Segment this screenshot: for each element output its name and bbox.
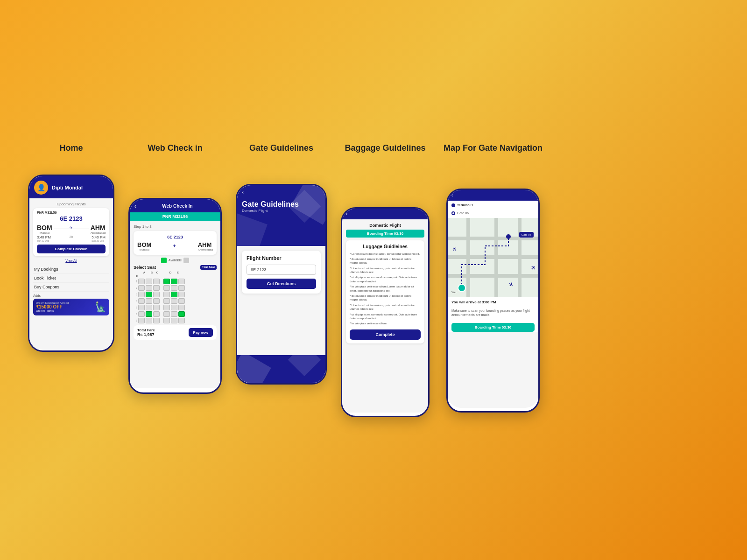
map-section: Map For Gate Navigation ‹ Terminal 1 Gat… [444, 143, 543, 413]
gate-header: ‹ Gate Guidelines Domestic Flight [237, 185, 325, 246]
gate-card: Flight Number 6E 2123 Get Directions [242, 251, 321, 294]
seat-col-labels: A B C D E F [134, 271, 217, 278]
wci-avail-label: Available [169, 259, 182, 262]
wci-total-amount: Rs 1,987 [137, 332, 155, 337]
menu-coupons[interactable]: Buy Coupons [33, 283, 109, 292]
seat-row-4: 4 [134, 298, 217, 304]
gate-footer-shape-2 [288, 355, 321, 376]
bag-complete-btn[interactable]: Complete [350, 329, 421, 340]
main-container: Home 👤 Dipti Mondal Upcoming Flights PNR… [0, 125, 747, 436]
gate-footer [237, 355, 325, 383]
bag-item-4: * ut aliquip ex ea commodo consequat. Du… [350, 275, 421, 283]
webcheckin-phone: ‹ Web Check In PNR M32L56 Step 1 to 3 6E… [128, 198, 222, 394]
home-arrive-time: 5:40 PM Sun 22 Dec [92, 235, 106, 242]
bag-item-9: * In voluptate velit esse cillum [350, 322, 421, 325]
map-gate-text: Gate 06 [457, 211, 469, 215]
home-from-city: Mumbai [37, 231, 52, 234]
home-checkin-btn[interactable]: Complete Checkin [37, 245, 106, 253]
map-phone: ‹ Terminal 1 Gate 06 [446, 189, 540, 413]
gate-screen-title: Gate Guidelines [242, 200, 321, 209]
home-to: AHM Ahemdabad [91, 224, 106, 234]
map-info-text: Make sure to scan your boarding passes a… [448, 307, 538, 321]
home-title: Home [59, 143, 83, 153]
home-pnr-row: PNR M32L56 [37, 211, 106, 214]
seat-row-3: 3 [134, 292, 217, 297]
wci-avail-green [161, 258, 167, 263]
home-banner-icon: 🗽 [95, 301, 106, 313]
wci-back-icon[interactable]: ‹ [134, 203, 136, 210]
map-boarding-bar: Boarding Time 03:30 [451, 323, 535, 332]
map-back-icon[interactable]: ‹ [451, 193, 453, 198]
home-flight-card: PNR M32L56 6E 2123 BOM Mumbai AHM Ahemda… [33, 208, 109, 256]
bag-item-3: * Ut enim ad minim veniam, quis nostrud … [350, 266, 421, 274]
wci-header: ‹ Web Check In [130, 199, 220, 212]
seat-row-1: 1 [134, 279, 217, 284]
gate-screen-subtitle: Domestic Flight [242, 209, 321, 213]
home-pnr: PNR M32L56 [37, 211, 56, 214]
webcheckin-title: Web Check in [148, 143, 203, 153]
baggage-section: Baggage Guidelines ‹ Domestic Flight Boa… [341, 143, 430, 417]
bag-item-5: * In voluptate velit esse cillum Lorem i… [350, 285, 421, 293]
wci-total-section: Total Fare Rs 1,987 [137, 328, 155, 337]
gate-phone: ‹ Gate Guidelines Domestic Flight Flight… [236, 184, 327, 385]
home-avatar: 👤 [34, 181, 48, 195]
map-route-svg [448, 218, 538, 297]
wci-flight-card: 6E 2123 BOM Mumbai ✈ AHM Ahemdabad [134, 231, 217, 255]
menu-bookings[interactable]: My Bookings [33, 265, 109, 274]
seat-row-5: 5 [134, 305, 217, 310]
wci-pay-btn[interactable]: Pay now [189, 328, 213, 337]
home-flight-num: 6E 2123 [37, 215, 106, 222]
wci-to: AHM Ahemdabad [198, 241, 213, 251]
map-info-section: You will arrive at 3:00 PM Make sure to … [448, 297, 538, 332]
wci-seat-title: Select Seat Tour Seat [134, 265, 217, 270]
wci-from: BOM Mumbai [137, 241, 151, 251]
home-view-all[interactable]: View All [33, 259, 109, 262]
home-route-line [54, 229, 89, 229]
wci-arrow: ✈ [151, 244, 197, 248]
home-to-city: Ahemdabad [91, 231, 106, 234]
svg-point-0 [506, 234, 511, 239]
bag-guidelines-card: Luggage Guidleines * Lorem ipsum dolor s… [346, 240, 424, 343]
map-body: Terminal 1 Gate 06 Gate 06 [448, 201, 538, 408]
bag-card-title: Luggage Guidleines [350, 244, 421, 249]
baggage-phone: ‹ Domestic Flight Boarding Time 03:30 Lu… [341, 207, 430, 417]
home-header: 👤 Dipti Mondal [29, 176, 113, 198]
map-terminal-text: Terminal 1 [457, 203, 473, 207]
map-gate-row: Gate 06 [448, 210, 538, 218]
home-body: Upcoming Flights PNR M32L56 6E 2123 BOM … [29, 198, 113, 350]
home-upcoming-label: Upcoming Flights [33, 202, 109, 206]
home-route-row: BOM Mumbai AHM Ahemdabad [37, 224, 106, 234]
home-username: Dipti Mondal [52, 185, 83, 190]
bag-header: ‹ [342, 209, 428, 219]
home-banner-text: On Int'l Flights [36, 309, 69, 312]
map-gate-dot [451, 211, 455, 215]
wci-route: BOM Mumbai ✈ AHM Ahemdabad [137, 241, 213, 251]
map-header: ‹ [448, 190, 538, 201]
home-from-code: BOM [37, 224, 52, 231]
bag-body: Domestic Flight Boarding Time 03:30 Lugg… [342, 219, 428, 413]
home-adds-label: Adds [33, 294, 109, 297]
gate-back-icon[interactable]: ‹ [242, 189, 321, 196]
menu-book-ticket[interactable]: Book Ticket [33, 274, 109, 283]
seat-grid: A B C D E F 1 [134, 271, 217, 323]
gate-directions-btn[interactable]: Get Directions [247, 279, 316, 289]
home-menu: My Bookings Book Ticket Buy Coupons [33, 265, 109, 292]
gate-card-title: Flight Number [247, 255, 316, 261]
wci-screen-title: Web Check In [139, 203, 216, 209]
wci-flight-num: 6E 2123 [137, 235, 213, 239]
bag-item-1: * Lorem ipsum dolor sit amet, consectetu… [350, 252, 421, 256]
map-terminal-dot [451, 203, 455, 207]
home-banner-price: ₹15000 OFF [36, 304, 69, 309]
gate-bg-shape-3 [237, 213, 268, 246]
bag-boarding-bar: Boarding Time 03:30 [346, 230, 424, 238]
bag-back-icon[interactable]: ‹ [346, 211, 347, 217]
baggage-title: Baggage Guidelines [345, 143, 425, 153]
home-to-code: AHM [91, 224, 106, 231]
wci-pnr-bar: PNR M32L56 [130, 212, 220, 221]
map-arrive-text: You will arrive at 3:00 PM [448, 297, 538, 307]
bag-item-2: * do eiusmod tempor incididunt ut labore… [350, 257, 421, 265]
home-section: Home 👤 Dipti Mondal Upcoming Flights PNR… [28, 143, 114, 352]
home-phone: 👤 Dipti Mondal Upcoming Flights PNR M32L… [28, 175, 114, 352]
home-banner-left: Dream Destination Abroad ₹15000 OFF On I… [36, 301, 69, 312]
home-from: BOM Mumbai [37, 224, 52, 234]
